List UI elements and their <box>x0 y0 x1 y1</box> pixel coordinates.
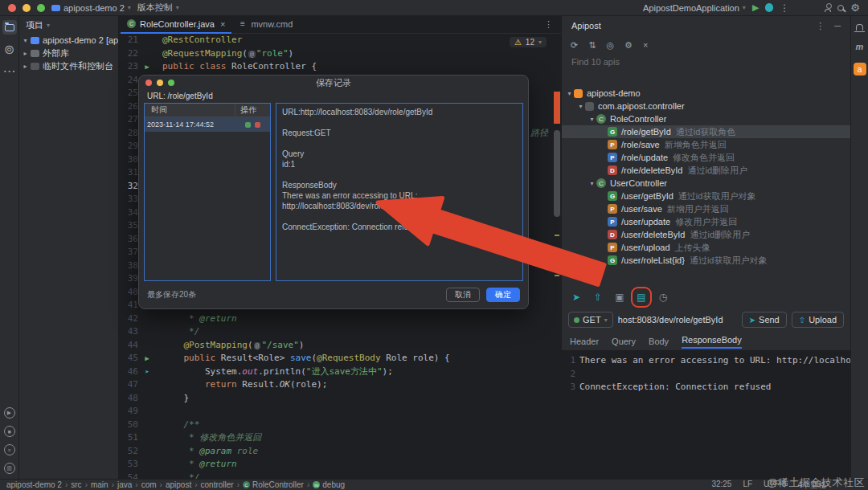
run-gutter-icon[interactable]: ▶ <box>138 60 156 74</box>
api-tree-item[interactable]: ▾com.apipost.controller <box>562 100 850 112</box>
search-icon[interactable] <box>837 5 844 11</box>
close-icon[interactable]: × <box>643 40 648 50</box>
settings-gear-icon[interactable]: ⚙ <box>850 2 860 13</box>
breadcrumb-item[interactable]: java <box>117 480 132 489</box>
editor-tab[interactable]: CRoleController.java× <box>121 16 231 34</box>
history-icon[interactable]: ◷ <box>656 290 670 304</box>
upload-button[interactable]: ⇧ Upload <box>792 312 844 328</box>
api-tree-item[interactable]: D/user/deleteById通过id删除用户 <box>562 228 850 241</box>
breadcrumb-item[interactable]: apipost <box>166 480 191 489</box>
apipost-tool-icon[interactable]: a <box>854 63 866 76</box>
api-tree-item[interactable]: ▾CRoleController <box>562 112 850 125</box>
run-tool-icon[interactable]: ▶ <box>4 407 15 419</box>
dialog-minimize-button[interactable] <box>157 80 163 86</box>
terminal-tool-icon[interactable]: ▥ <box>4 463 15 474</box>
vcs-menu[interactable]: 版本控制 ▾ <box>137 2 179 14</box>
tab-header[interactable]: Header <box>570 337 599 349</box>
notifications-bell-icon[interactable] <box>856 24 863 31</box>
locate-icon[interactable]: ◎ <box>606 40 614 51</box>
chevron-icon[interactable]: ▸ <box>21 50 30 57</box>
breadcrumb-item[interactable]: controller <box>201 480 234 489</box>
image-icon[interactable]: ▣ <box>612 290 627 304</box>
project-tool-icon[interactable] <box>2 20 17 35</box>
response-area[interactable]: 123 There was an error accessing to URL:… <box>562 350 850 479</box>
api-search-input[interactable]: Find 10 apis <box>562 55 850 69</box>
refresh-icon[interactable]: ⟳ <box>571 40 578 51</box>
api-tree-item[interactable]: P/user/save新增用户并返回 <box>562 202 850 215</box>
status-item[interactable]: 32:25 <box>711 480 731 490</box>
url-input[interactable]: host:8083/dev/role/getById <box>618 315 737 325</box>
code-line[interactable]: * 修改角色并返回 <box>159 431 561 445</box>
more-options-icon[interactable]: ⋮ <box>780 2 789 14</box>
api-tree-item[interactable]: G/user/getById通过id获取用户对象 <box>562 190 850 202</box>
breadcrumb-item[interactable]: main <box>91 480 108 489</box>
dialog-close-button[interactable] <box>145 80 152 86</box>
cancel-button[interactable]: 取消 <box>446 288 480 302</box>
api-tree-item[interactable]: P/user/upload上传头像 <box>562 241 850 254</box>
more-tools-icon[interactable]: ⋯ <box>2 63 17 78</box>
maven-tool-icon[interactable]: m <box>856 42 864 51</box>
code-line[interactable]: @RequestMapping(@"role") <box>159 47 561 61</box>
stop-tool-icon[interactable]: ■ <box>4 426 15 437</box>
save-record-icon[interactable]: ▤ <box>634 290 649 304</box>
breadcrumb-item[interactable]: com <box>141 480 157 489</box>
code-line[interactable]: @PostMapping(@"/save") <box>159 339 561 353</box>
api-tree-item[interactable]: P/role/update修改角色并返回 <box>562 151 850 164</box>
api-tree-item[interactable]: ▾apipost-demo <box>562 87 850 100</box>
code-line[interactable]: * @param role <box>159 445 561 459</box>
code-line[interactable]: * @return <box>159 312 561 326</box>
profile-icon[interactable] <box>825 9 831 12</box>
tab-options-icon[interactable]: ⋮ <box>544 19 561 30</box>
status-item[interactable]: LF <box>743 480 752 490</box>
chevron-icon[interactable]: ▸ <box>21 63 30 70</box>
code-line[interactable]: @RestController <box>159 34 561 47</box>
project-tree-item[interactable]: ▾apipost-demo 2 [ap <box>19 34 118 47</box>
tab-responsebody[interactable]: ResponseBody <box>682 335 742 349</box>
upload-api-icon[interactable]: ⇧ <box>591 290 605 304</box>
code-line[interactable]: System.out.println("进入save方法中"); <box>159 365 561 379</box>
panel-hide-icon[interactable]: ─ <box>834 21 841 31</box>
breadcrumb-item[interactable]: src <box>71 480 81 489</box>
code-line[interactable]: */ <box>159 472 561 480</box>
record-send-icon[interactable] <box>245 122 251 128</box>
scrollbar-thumb[interactable] <box>554 130 560 217</box>
code-line[interactable]: * @return <box>159 458 561 472</box>
chevron-icon[interactable]: ▾ <box>588 116 596 123</box>
window-close-button[interactable] <box>8 4 16 12</box>
chevron-icon[interactable]: ▾ <box>21 37 30 44</box>
commit-tool-icon[interactable]: ⊚ <box>2 42 17 56</box>
run-button[interactable]: ▶ <box>752 2 759 13</box>
tab-body[interactable]: Body <box>649 337 669 349</box>
tab-query[interactable]: Query <box>612 337 636 349</box>
sort-icon[interactable]: ⇅ <box>588 40 596 51</box>
inspections-widget[interactable]: ⚠ 12 ▾ <box>510 37 547 47</box>
dialog-zoom-button[interactable] <box>168 80 174 86</box>
code-line[interactable]: } <box>159 392 561 406</box>
method-select[interactable]: GET ▾ <box>568 312 613 328</box>
code-line[interactable]: */ <box>159 325 561 339</box>
project-tree-item[interactable]: ▸外部库 <box>19 47 118 59</box>
run-gutter-icon[interactable]: ▶ <box>138 352 156 365</box>
send-button[interactable]: ➤ Send <box>742 312 787 328</box>
record-row[interactable]: 2023-11-14 17:44:52 <box>145 117 270 132</box>
api-gutter-icon[interactable]: ➤ <box>138 365 156 379</box>
project-panel-header[interactable]: 项目 ▾ <box>19 16 118 34</box>
api-tree-item[interactable]: G/user/roleList{id}通过id获取用户对象 <box>562 254 850 267</box>
code-line[interactable] <box>159 405 561 419</box>
ok-button[interactable]: 确定 <box>486 288 520 302</box>
api-tree-item[interactable]: G/role/getById通过id获取角色 <box>562 125 850 138</box>
breadcrumb-item[interactable]: mdebug <box>313 480 345 489</box>
api-tree-item[interactable]: ▾CUserController <box>562 177 850 190</box>
project-tree-item[interactable]: ▸临时文件和控制台 <box>19 59 118 72</box>
window-zoom-button[interactable] <box>37 4 45 12</box>
breadcrumb-item[interactable]: apipost-demo 2 <box>6 480 62 489</box>
chevron-icon[interactable]: ▾ <box>576 103 585 110</box>
api-tree-item[interactable]: D/role/deleteById通过id删除用户 <box>562 164 850 177</box>
record-delete-icon[interactable] <box>255 122 260 128</box>
code-line[interactable]: /** <box>159 419 561 432</box>
window-minimize-button[interactable] <box>23 4 31 12</box>
settings-icon[interactable]: ⚙ <box>624 40 633 51</box>
api-tree-item[interactable]: P/user/update修改用户并返回 <box>562 215 850 228</box>
panel-options-icon[interactable]: ⋮ <box>816 21 825 31</box>
code-line[interactable]: public Result<Role> save(@RequestBody Ro… <box>159 352 561 365</box>
